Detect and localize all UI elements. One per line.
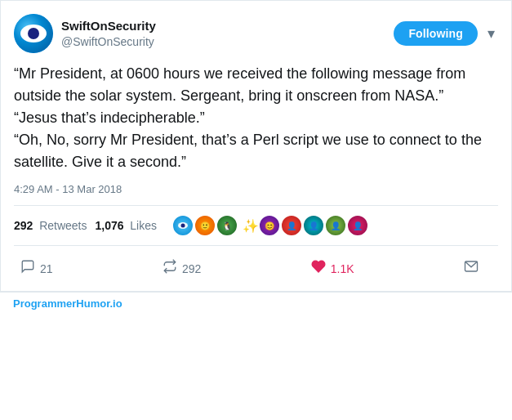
reply-button[interactable]: 21 [14, 256, 60, 281]
dm-button[interactable] [457, 256, 485, 281]
tweet-card: SwiftOnSecurity @SwiftOnSecurity Followi… [0, 0, 512, 292]
tweet-header: SwiftOnSecurity @SwiftOnSecurity Followi… [14, 14, 498, 53]
liker-avatar-3: 🐧 [216, 214, 238, 237]
liker-avatar-8: 👤 [346, 214, 369, 237]
reply-count: 21 [40, 262, 53, 275]
username[interactable]: @SwiftOnSecurity [61, 34, 156, 49]
header-right: Following ▾ [394, 21, 498, 46]
tweet-header-left: SwiftOnSecurity @SwiftOnSecurity [14, 14, 156, 53]
following-button[interactable]: Following [394, 21, 478, 46]
retweet-count: 292 [14, 219, 33, 232]
footer-brand: ProgrammerHumor.io [13, 297, 122, 310]
footer-text: ProgrammerHumor.io [13, 297, 122, 310]
sparkle-icon: ✨ [243, 218, 259, 234]
like-stat: 1,076 Likes [96, 219, 158, 232]
retweet-button[interactable]: 292 [156, 256, 207, 281]
like-button[interactable]: 1.1K [305, 256, 361, 281]
chevron-down-icon[interactable]: ▾ [484, 23, 498, 44]
likes-label: Likes [130, 219, 157, 232]
like-count: 1,076 [96, 219, 124, 232]
liker-avatar-5: 👤 [280, 214, 303, 237]
retweet-action-count: 292 [182, 262, 201, 275]
liker-avatar-6: 👤 [302, 214, 325, 237]
tweet-body: “Mr President, at 0600 hours we received… [14, 63, 498, 173]
display-name[interactable]: SwiftOnSecurity [61, 18, 156, 34]
tweet-stats: 292 Retweets 1,076 Likes 🙂 🐧 ✨ 😊 👤 👤 👤 👤 [14, 205, 498, 246]
retweet-stat: 292 Retweets [14, 219, 87, 232]
avatar[interactable] [14, 14, 53, 53]
heart-icon [311, 259, 326, 278]
tweet-actions: 21 292 1.1K [14, 249, 498, 291]
reply-icon [20, 259, 35, 278]
liker-avatar-4: 😊 [258, 214, 281, 237]
footer-bar: ProgrammerHumor.io [0, 292, 512, 315]
mail-icon [464, 259, 479, 278]
like-action-count: 1.1K [331, 262, 354, 275]
likers-avatars: 🙂 🐧 ✨ 😊 👤 👤 👤 👤 [171, 214, 369, 237]
svg-point-1 [181, 224, 185, 228]
retweets-label: Retweets [39, 219, 87, 232]
liker-avatar-7: 👤 [324, 214, 347, 237]
tweet-time: 4:29 AM - 13 Mar 2018 [14, 183, 498, 195]
user-info: SwiftOnSecurity @SwiftOnSecurity [61, 18, 156, 49]
liker-avatar-1 [171, 214, 194, 237]
liker-avatar-2: 🙂 [194, 214, 216, 237]
retweet-icon [163, 259, 177, 278]
